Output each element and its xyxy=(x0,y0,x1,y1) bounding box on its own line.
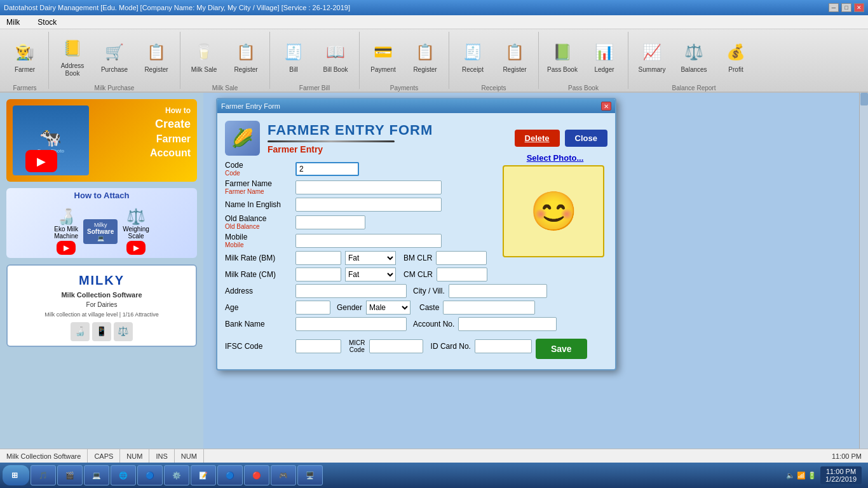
ifsc-input[interactable] xyxy=(295,339,341,353)
toolbar-purchase-register[interactable]: 📋 Register xyxy=(137,29,176,83)
mobile-sublabel: Mobile xyxy=(225,241,292,248)
profit-icon: 💰 xyxy=(723,39,749,65)
dialog-header-buttons: Delete Close xyxy=(515,130,607,147)
dialog-header-info: FARMER ENTRY FORM Farmer Entry xyxy=(268,122,433,154)
minimize-button[interactable]: ─ xyxy=(829,3,839,12)
taskbar-app-4[interactable]: 🌐 xyxy=(111,465,136,485)
dialog-header-icon: 🌽 xyxy=(225,121,260,156)
taskbar-app-8[interactable]: 🔵 xyxy=(217,465,243,485)
dialog-body: 🌽 FARMER ENTRY FORM Farmer Entry Delete … xyxy=(217,113,615,369)
toolbar-summary[interactable]: 📈 Summary xyxy=(632,29,672,83)
taskbar-app-3[interactable]: 💻 xyxy=(84,465,109,485)
purchase-register-label: Register xyxy=(144,66,168,74)
balance-report-group-label: Balance Report xyxy=(672,85,716,92)
close-dialog-button[interactable]: Close xyxy=(565,130,607,147)
scrollbar[interactable] xyxy=(859,93,868,473)
toolbar-farmer[interactable]: 👨‍🌾 Farmer xyxy=(5,29,44,83)
taskbar-app-9[interactable]: 🔴 xyxy=(244,465,269,485)
gender-select[interactable]: Male Female Other xyxy=(366,301,410,315)
dialog-title-close[interactable]: ✕ xyxy=(601,102,611,111)
city-vill-input[interactable] xyxy=(449,284,547,298)
toolbar-bill[interactable]: 🧾 Bill xyxy=(274,29,313,83)
start-button[interactable]: ⊞ xyxy=(3,465,29,485)
toolbar-purchase[interactable]: 🛒 Purchase xyxy=(95,29,134,83)
toolbar-balances[interactable]: ⚖️ Balances xyxy=(674,29,714,83)
dialog-title-bar: Farmer Entry Form ✕ xyxy=(217,99,615,113)
taskbar-app-1[interactable]: 🎵 xyxy=(31,465,56,485)
scroll-thumb[interactable] xyxy=(860,93,868,105)
farmer-name-input[interactable] xyxy=(295,180,442,194)
dialog-header: 🌽 FARMER ENTRY FORM Farmer Entry Delete … xyxy=(225,121,607,156)
caste-input[interactable] xyxy=(443,301,535,315)
name-english-input[interactable] xyxy=(295,198,442,212)
toolbar-profit[interactable]: 💰 Profit xyxy=(716,29,756,83)
status-time: 11:00 PM xyxy=(825,449,868,463)
toolbar-address-book[interactable]: 📒 Address Book xyxy=(53,29,92,83)
toolbar-bill-book[interactable]: 📖 Bill Book xyxy=(316,29,355,83)
toolbar-receipt[interactable]: 🧾 Receipt xyxy=(453,29,492,83)
delete-button[interactable]: Delete xyxy=(515,130,560,147)
old-balance-input[interactable] xyxy=(295,215,365,229)
milk-rate-cm-input[interactable] xyxy=(295,268,341,281)
code-input[interactable] xyxy=(295,162,359,176)
toolbar-milk-sale[interactable]: 🥛 Milk Sale xyxy=(184,29,224,83)
micr-input[interactable] xyxy=(369,339,423,353)
toolbar-payment[interactable]: 💳 Payment xyxy=(363,29,403,83)
bm-clr-input[interactable] xyxy=(436,251,487,265)
clock-time: 11:00 PM xyxy=(825,468,857,475)
status-app-name: Milk Collection Software xyxy=(0,449,88,463)
cm-clr-label: CM CLR xyxy=(403,270,433,279)
menu-milk[interactable]: Milk xyxy=(3,17,24,28)
receipt-register-icon: 📋 xyxy=(502,39,527,65)
toolbar-sale-register[interactable]: 📋 Register xyxy=(226,29,266,83)
profit-label: Profit xyxy=(728,66,743,74)
close-button[interactable]: ✕ xyxy=(854,3,864,12)
toolbar-pass-book[interactable]: 📗 Pass Book xyxy=(543,29,582,83)
taskbar-app-10[interactable]: 🎮 xyxy=(271,465,296,485)
menu-stock[interactable]: Stock xyxy=(34,17,60,28)
ifsc-code-label: IFSC Code xyxy=(225,342,292,351)
code-label-en: Code xyxy=(225,161,292,170)
ad-create-farmer[interactable]: 🐄 Farm Photo How to Create Farmer Accoun… xyxy=(6,99,197,182)
taskbar-app-5[interactable]: 🔵 xyxy=(137,465,163,485)
id-card-input[interactable] xyxy=(475,339,532,353)
toolbar: 👨‍🌾 Farmer Farmers 📒 Address Book 🛒 Purc… xyxy=(0,29,868,93)
milk-sale-label: Milk Sale xyxy=(191,66,217,74)
age-label: Age xyxy=(225,303,292,312)
milk-sale-group-label: Milk Sale xyxy=(212,85,238,92)
cm-clr-input[interactable] xyxy=(437,268,487,281)
toolbar-ledger[interactable]: 📊 Ledger xyxy=(585,29,624,83)
ad-attach[interactable]: How to Attach 🍶 Eko MilkMachine ▶ Milky … xyxy=(6,188,197,258)
address-row: Address City / Vill. xyxy=(225,284,607,298)
taskbar-app-7[interactable]: 📝 xyxy=(191,465,216,485)
account-no-input[interactable] xyxy=(458,317,557,331)
milk-rate-bm-input[interactable] xyxy=(295,251,341,265)
code-label-sub: Code xyxy=(225,170,292,177)
ad1-play-button[interactable]: ▶ xyxy=(25,150,57,172)
age-input[interactable] xyxy=(295,301,330,315)
ledger-label: Ledger xyxy=(594,66,614,74)
taskbar: ⊞ 🎵 🎬 💻 🌐 🔵 ⚙️ 📝 🔵 🔴 🎮 🖥️ 🔈 📶 🔋 11:00 PM… xyxy=(0,463,868,488)
taskbar-tray-icons: 🔈 📶 🔋 xyxy=(786,471,817,480)
photo-placeholder[interactable]: 😊 xyxy=(503,165,604,257)
address-input[interactable] xyxy=(295,284,407,298)
taskbar-app-2[interactable]: 🎬 xyxy=(57,465,83,485)
old-balance-label: Old Balance xyxy=(225,214,292,223)
farmer-entry-dialog: Farmer Entry Form ✕ 🌽 FARMER ENTRY FORM … xyxy=(216,98,616,370)
ad-milky-software[interactable]: MILKY Milk Collection Software For Dairi… xyxy=(6,264,197,347)
toolbar-group-milk-purchase: 📒 Address Book 🛒 Purchase 📋 Register Mil… xyxy=(53,32,180,89)
mobile-input[interactable] xyxy=(295,234,442,248)
maximize-button[interactable]: □ xyxy=(841,3,851,12)
summary-icon: 📈 xyxy=(639,39,665,65)
save-button[interactable]: Save xyxy=(536,339,587,359)
ledger-icon: 📊 xyxy=(592,39,617,65)
fat-cm-select[interactable]: Fat CLR Both xyxy=(345,268,396,281)
toolbar-receipt-register[interactable]: 📋 Register xyxy=(495,29,534,83)
photo-select-label[interactable]: Select Photo... xyxy=(503,153,607,163)
bank-name-input[interactable] xyxy=(295,317,407,331)
balances-label: Balances xyxy=(681,66,707,74)
taskbar-app-6[interactable]: ⚙️ xyxy=(164,465,189,485)
taskbar-app-11[interactable]: 🖥️ xyxy=(297,465,323,485)
fat-bm-select[interactable]: Fat CLR Both xyxy=(345,251,396,265)
toolbar-payment-register[interactable]: 📋 Register xyxy=(405,29,445,83)
